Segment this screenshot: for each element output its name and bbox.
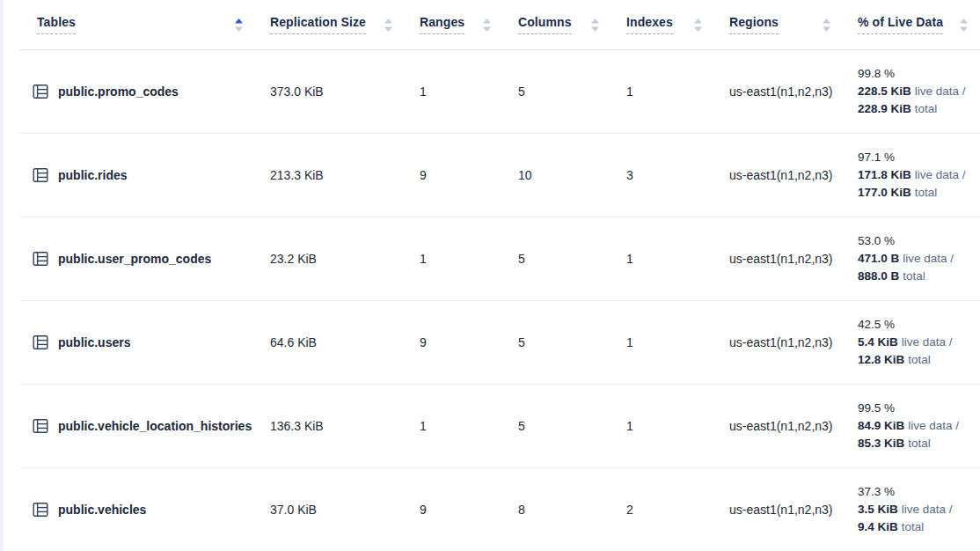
ranges-cell: 9 — [405, 335, 503, 349]
column-header-regions[interactable]: Regions — [714, 15, 843, 34]
table-name-cell[interactable]: public.user_promo_codes — [20, 251, 255, 267]
total-bytes-line: 177.0 KiBtotal — [858, 184, 980, 202]
ranges-cell: 1 — [405, 84, 503, 99]
live-data-cell: 42.5 % 5.4 KiBlive data / 12.8 KiBtotal — [843, 316, 980, 369]
table-name: public.rides — [58, 168, 128, 182]
indexes-cell: 3 — [611, 168, 714, 182]
live-bytes-line: 84.9 KiBlive data / — [858, 417, 980, 435]
columns-cell: 5 — [503, 252, 611, 266]
regions-cell: us-east1(n1,n2,n3) — [714, 252, 843, 266]
indexes-cell: 1 — [611, 84, 714, 99]
total-bytes-line: 85.3 KiBtotal — [858, 435, 980, 452]
columns-cell: 5 — [503, 335, 611, 349]
total-bytes-line: 12.8 KiBtotal — [858, 351, 980, 369]
live-percent: 97.1 % — [858, 149, 980, 166]
live-data-cell: 97.1 % 171.8 KiBlive data / 177.0 KiBtot… — [843, 149, 980, 202]
column-header-of-live-data[interactable]: % of Live Data — [843, 15, 980, 34]
live-percent: 42.5 % — [858, 316, 980, 334]
total-bytes-line: 888.0 Btotal — [858, 268, 980, 285]
sort-arrows-icon — [235, 18, 243, 32]
table-icon — [33, 334, 48, 350]
regions-cell: us-east1(n1,n2,n3) — [714, 168, 843, 182]
table-icon — [33, 167, 48, 183]
table-row: public.user_promo_codes 23.2 KiB 1 5 1 u… — [20, 217, 980, 301]
column-header-label: % of Live Data — [858, 15, 943, 34]
column-header-label: Columns — [518, 15, 572, 34]
table-row: public.rides 213.3 KiB 9 10 3 us-east1(n… — [20, 134, 980, 217]
tables-table: Tables Replication Size Ranges Columns — [20, 0, 980, 551]
column-header-label: Regions — [729, 15, 779, 34]
sort-arrows-icon — [823, 18, 830, 32]
columns-cell: 5 — [503, 84, 611, 99]
table-row: public.promo_codes 373.0 KiB 1 5 1 us-ea… — [20, 50, 980, 134]
table-name-cell[interactable]: public.users — [20, 334, 255, 350]
table-icon — [33, 84, 48, 99]
table-icon — [33, 251, 48, 267]
table-header-row: Tables Replication Size Ranges Columns — [20, 0, 980, 50]
table-name-cell[interactable]: public.rides — [20, 167, 255, 183]
column-header-label: Tables — [37, 15, 76, 34]
regions-cell: us-east1(n1,n2,n3) — [714, 503, 843, 517]
regions-cell: us-east1(n1,n2,n3) — [714, 419, 843, 433]
indexes-cell: 1 — [611, 419, 714, 433]
table-row: public.vehicle_location_histories 136.3 … — [20, 385, 980, 468]
column-header-replication-size[interactable]: Replication Size — [255, 15, 405, 34]
live-percent: 99.5 % — [858, 400, 980, 417]
live-percent: 37.3 % — [858, 483, 980, 501]
regions-cell: us-east1(n1,n2,n3) — [714, 335, 843, 349]
table-name: public.promo_codes — [58, 84, 179, 99]
replication-size-cell: 64.6 KiB — [255, 335, 405, 349]
column-header-indexes[interactable]: Indexes — [611, 15, 714, 34]
column-header-label: Indexes — [626, 15, 673, 34]
live-data-cell: 53.0 % 471.0 Blive data / 888.0 Btotal — [843, 232, 980, 285]
replication-size-cell: 23.2 KiB — [255, 252, 405, 266]
table-body: public.promo_codes 373.0 KiB 1 5 1 us-ea… — [20, 50, 980, 551]
column-header-tables[interactable]: Tables — [20, 15, 255, 34]
live-bytes-line: 228.5 KiBlive data / — [858, 83, 980, 100]
ranges-cell: 9 — [405, 503, 503, 517]
table-row: public.vehicles 37.0 KiB 9 8 2 us-east1(… — [20, 468, 980, 551]
column-header-columns[interactable]: Columns — [503, 15, 611, 34]
table-row: public.users 64.6 KiB 9 5 1 us-east1(n1,… — [20, 301, 980, 385]
table-name-cell[interactable]: public.vehicle_location_histories — [20, 418, 255, 434]
total-bytes-line: 9.4 KiBtotal — [858, 518, 980, 536]
table-icon — [33, 502, 48, 518]
regions-cell: us-east1(n1,n2,n3) — [714, 84, 843, 99]
indexes-cell: 1 — [611, 335, 714, 349]
sort-arrows-icon — [960, 18, 968, 32]
sort-arrows-icon — [384, 18, 392, 32]
live-data-cell: 99.5 % 84.9 KiBlive data / 85.3 KiBtotal — [843, 400, 980, 452]
column-header-label: Ranges — [420, 15, 464, 34]
replication-size-cell: 136.3 KiB — [255, 419, 405, 433]
columns-cell: 8 — [503, 503, 611, 517]
ranges-cell: 1 — [405, 419, 503, 433]
table-name: public.vehicles — [58, 503, 146, 517]
live-data-cell: 37.3 % 3.5 KiBlive data / 9.4 KiBtotal — [843, 483, 980, 536]
sort-arrows-icon — [591, 18, 599, 32]
columns-cell: 10 — [503, 168, 611, 182]
column-header-ranges[interactable]: Ranges — [405, 15, 503, 34]
replication-size-cell: 37.0 KiB — [255, 503, 405, 517]
ranges-cell: 9 — [405, 168, 503, 182]
replication-size-cell: 213.3 KiB — [255, 168, 405, 182]
sort-arrows-icon — [483, 18, 491, 32]
total-bytes-line: 228.9 KiBtotal — [858, 100, 980, 118]
ranges-cell: 1 — [405, 252, 503, 266]
live-bytes-line: 3.5 KiBlive data / — [858, 501, 980, 518]
replication-size-cell: 373.0 KiB — [255, 84, 405, 99]
table-icon — [33, 418, 48, 434]
live-bytes-line: 471.0 Blive data / — [858, 250, 980, 268]
live-bytes-line: 5.4 KiBlive data / — [858, 334, 980, 351]
live-data-cell: 99.8 % 228.5 KiBlive data / 228.9 KiBtot… — [843, 65, 980, 118]
live-percent: 99.8 % — [858, 65, 980, 83]
tables-page: Tables Replication Size Ranges Columns — [0, 0, 980, 551]
live-bytes-line: 171.8 KiBlive data / — [858, 166, 980, 184]
table-name-cell[interactable]: public.promo_codes — [20, 84, 255, 99]
table-name: public.users — [58, 335, 130, 349]
table-name: public.user_promo_codes — [58, 252, 211, 266]
table-name-cell[interactable]: public.vehicles — [20, 502, 255, 518]
live-percent: 53.0 % — [858, 232, 980, 250]
column-header-label: Replication Size — [270, 15, 366, 34]
table-name: public.vehicle_location_histories — [58, 419, 252, 433]
indexes-cell: 2 — [611, 503, 714, 517]
